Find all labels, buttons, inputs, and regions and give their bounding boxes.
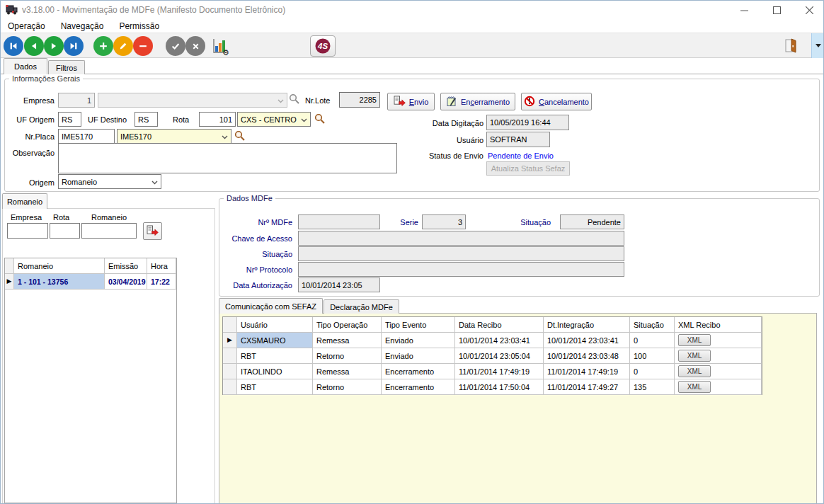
rota-search-icon[interactable] — [314, 113, 326, 126]
rota-combo[interactable]: CXS - CENTRO — [237, 112, 311, 127]
placa-combo[interactable]: IME5170 — [117, 129, 231, 144]
empresa-code-field[interactable]: 1 — [58, 93, 95, 108]
nr-placa-field[interactable]: IME5170 — [58, 129, 115, 144]
minimize-button[interactable] — [730, 1, 758, 19]
grid-cell[interactable]: Encerramento — [382, 364, 455, 379]
col-tipo-operacao[interactable]: Tipo Operação — [313, 317, 382, 333]
col-data-recibo[interactable]: Data Recibo — [455, 317, 544, 333]
grid-cell[interactable]: 0 — [630, 333, 675, 348]
tab-comunicacao-sefaz[interactable]: Comunicação com SEFAZ — [219, 298, 323, 314]
cell-emissao[interactable]: 03/04/2019 — [105, 274, 147, 290]
table-row[interactable]: ▶ CXSMAURO Remessa Enviado 10/01/2014 23… — [223, 333, 762, 348]
grid-cell[interactable]: Enviado — [382, 348, 455, 364]
data-digitacao-field[interactable]: 10/05/2019 16:44 — [486, 115, 569, 130]
menu-operacao[interactable]: Operação — [6, 20, 47, 33]
nrlote-field[interactable]: 2285 — [339, 92, 380, 108]
grid-cell[interactable]: 100 — [630, 348, 675, 364]
grid-cell[interactable]: Retorno — [313, 379, 382, 395]
uf-destino-field[interactable]: RS — [135, 112, 158, 127]
tab-declaracao-mdfe[interactable]: Declaração MDFe — [324, 299, 399, 314]
menu-navegacao[interactable]: Navegação — [59, 20, 105, 33]
col-situacao[interactable]: Situação — [630, 317, 675, 333]
uf-origem-field[interactable]: RS — [58, 112, 81, 127]
grid-cell[interactable]: CXSMAURO — [237, 333, 313, 348]
situacao-field[interactable] — [298, 246, 624, 261]
nr-protocolo-field[interactable] — [298, 262, 624, 277]
grid-cell[interactable]: 10/01/2014 23:03:48 — [544, 348, 630, 364]
tab-romaneio[interactable]: Romaneio — [2, 193, 47, 209]
placa-search-icon[interactable] — [234, 130, 246, 143]
xml-recibo-button[interactable]: XML — [678, 334, 711, 346]
menu-permissao[interactable]: Permissão — [118, 20, 161, 33]
encerramento-button[interactable]: Encerramento — [440, 93, 515, 110]
nr-mdfe-field[interactable] — [298, 214, 380, 229]
romaneio-numero-input[interactable] — [81, 223, 137, 239]
grid-cell[interactable]: 11/01/2014 17:49:19 — [544, 364, 630, 379]
edit-record-button[interactable] — [113, 36, 133, 56]
serie-field[interactable]: 3 — [422, 214, 466, 229]
grid-cell[interactable]: Enviado — [382, 333, 455, 348]
xml-recibo-button[interactable]: XML — [678, 381, 711, 393]
origem-combo[interactable]: Romaneio — [58, 174, 161, 189]
confirm-button[interactable] — [166, 36, 185, 56]
data-autorizacao-field[interactable]: 10/01/2014 23:05 — [298, 277, 380, 292]
grid-cell[interactable]: 10/01/2014 23:03:41 — [544, 333, 630, 348]
grid-cell[interactable]: RBT — [237, 348, 313, 364]
situacao-top-field[interactable]: Pendente — [560, 214, 624, 229]
last-record-button[interactable] — [64, 36, 84, 56]
grid-cell[interactable]: 135 — [630, 379, 675, 395]
grid-cell[interactable]: ITAOLINDO — [237, 364, 313, 379]
cell-romaneio[interactable]: 1 - 101 - 13756 — [14, 274, 105, 290]
grid-cell[interactable]: Remessa — [313, 364, 382, 379]
col-xml-recibo[interactable]: XML Recibo — [675, 317, 762, 333]
close-button[interactable] — [795, 1, 823, 19]
col-emissao[interactable]: Emissão — [105, 258, 147, 274]
grid-cell[interactable]: 11/01/2014 17:49:27 — [544, 379, 630, 395]
col-usuario[interactable]: Usuário — [237, 317, 313, 333]
cancelamento-button[interactable]: Cancelamento — [521, 93, 592, 110]
first-record-button[interactable] — [4, 36, 23, 56]
xml-recibo-button[interactable]: XML — [678, 350, 711, 362]
table-row[interactable]: ▶ 1 - 101 - 13756 03/04/2019 17:22 — [5, 274, 176, 290]
grid-cell[interactable]: 11/01/2014 17:49:19 — [455, 364, 544, 379]
usuario-field[interactable]: SOFTRAN — [486, 132, 550, 147]
chart-config-button[interactable]: ⚙ — [210, 36, 230, 56]
atualiza-status-sefaz-button[interactable]: Atualiza Status Sefaz — [486, 161, 570, 176]
grid-cell[interactable]: Encerramento — [382, 379, 455, 395]
delete-record-button[interactable] — [133, 36, 153, 56]
cell-hora[interactable]: 17:22 — [147, 274, 176, 290]
prior-record-button[interactable] — [24, 36, 44, 56]
grid-cell[interactable]: RBT — [237, 379, 313, 395]
col-hora[interactable]: Hora — [147, 258, 176, 274]
table-row[interactable]: RBT Retorno Encerramento 11/01/2014 17:5… — [223, 379, 762, 395]
grid-cell[interactable]: Remessa — [313, 333, 382, 348]
tab-dados[interactable]: Dados — [4, 58, 47, 74]
exit-button[interactable] — [779, 35, 802, 57]
chave-acesso-field[interactable] — [298, 231, 624, 246]
col-tipo-evento[interactable]: Tipo Evento — [382, 317, 455, 333]
maximize-button[interactable] — [762, 1, 791, 19]
next-record-button[interactable] — [44, 36, 64, 56]
romaneio-empresa-input[interactable] — [7, 223, 48, 239]
table-row[interactable]: RBT Retorno Enviado 10/01/2014 23:05:04 … — [223, 348, 762, 364]
cancel-edit-button[interactable] — [185, 36, 205, 56]
romaneio-rota-input[interactable] — [50, 223, 80, 239]
empresa-combo[interactable] — [98, 93, 287, 108]
xml-recibo-button[interactable]: XML — [678, 365, 711, 377]
insert-record-button[interactable] — [93, 36, 113, 56]
tab-filtros[interactable]: Filtros — [48, 60, 85, 74]
grid-cell[interactable]: Retorno — [313, 348, 382, 364]
toolbar-overflow-dropdown[interactable] — [811, 33, 824, 58]
empresa-search-icon[interactable] — [289, 93, 300, 106]
observacao-textarea[interactable] — [58, 143, 397, 173]
grid-cell[interactable]: 11/01/2014 17:50:04 — [455, 379, 544, 395]
grid-cell[interactable]: 10/01/2014 23:03:41 — [455, 333, 544, 348]
envio-button[interactable]: Envio — [387, 93, 435, 110]
table-row[interactable]: ITAOLINDO Remessa Encerramento 11/01/201… — [223, 364, 762, 379]
col-dt-integracao[interactable]: Dt.Integração — [544, 317, 630, 333]
rota-code-field[interactable]: 101 — [199, 112, 236, 127]
col-romaneio[interactable]: Romaneio — [14, 258, 105, 274]
grid-cell[interactable]: 10/01/2014 23:05:04 — [455, 348, 544, 364]
romaneio-carregar-button[interactable] — [143, 222, 162, 240]
grid-cell[interactable]: 0 — [630, 364, 675, 379]
